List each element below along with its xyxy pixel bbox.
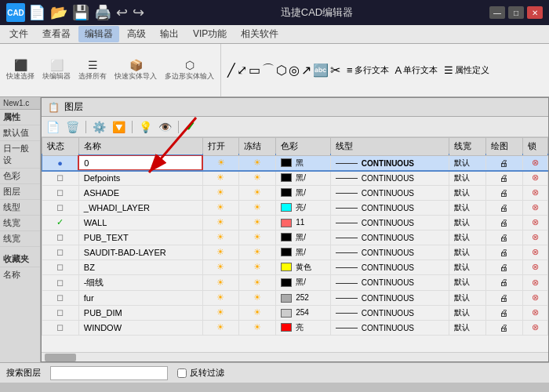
cell-plot[interactable]: 🖨 (486, 200, 523, 215)
redo-icon[interactable]: ↪ (133, 4, 144, 21)
properties-label[interactable]: 属性 (0, 110, 40, 125)
cell-open[interactable]: ☀ (202, 245, 239, 260)
cell-freeze[interactable]: ☀ (239, 320, 276, 335)
cell-plot[interactable]: 🖨 (486, 155, 523, 170)
table-row[interactable]: ◻ Defpoints ☀ ☀ 黑/ CONTINUOUS 默认 🖨 ⊗ (42, 170, 548, 185)
cell-open[interactable]: ☀ (202, 155, 239, 170)
cell-name[interactable]: 0 (78, 155, 202, 170)
cell-lock[interactable]: ⊗ (522, 290, 547, 305)
cell-lock[interactable]: ⊗ (522, 170, 547, 185)
cell-open[interactable]: ☀ (202, 215, 239, 230)
menu-editor[interactable]: 编辑器 (78, 26, 119, 42)
cell-linewidth[interactable]: 默认 (449, 215, 486, 230)
menu-advanced[interactable]: 高级 (121, 26, 152, 42)
cell-open[interactable]: ☀ (202, 274, 239, 290)
filter-label[interactable]: 反转过滤 (177, 367, 224, 379)
cell-open[interactable]: ☀ (202, 230, 239, 245)
cell-linetype[interactable]: CONTINUOUS (330, 170, 449, 185)
undo-icon[interactable]: ↩ (116, 4, 128, 21)
table-row[interactable]: ◻ WINDOW ☀ ☀ 亮 CONTINUOUS 默认 🖨 ⊗ (42, 320, 548, 335)
cell-freeze[interactable]: ☀ (239, 185, 276, 200)
polygon-input-btn[interactable]: ⬡ 多边形实体输入 (162, 59, 217, 82)
layer-light-btn[interactable]: 💡 (139, 121, 152, 133)
general-settings-label[interactable]: 日一般设 (0, 141, 40, 169)
cell-color[interactable]: 252 (276, 290, 331, 305)
cell-open[interactable]: ☀ (202, 305, 239, 320)
cell-linetype[interactable]: CONTINUOUS (330, 155, 449, 170)
cell-open[interactable]: ☀ (202, 290, 239, 305)
horizontal-scrollbar[interactable] (42, 352, 548, 361)
cell-freeze[interactable]: ☀ (239, 274, 276, 290)
cell-lock[interactable]: ⊗ (522, 230, 547, 245)
cell-lock[interactable]: ⊗ (522, 155, 547, 170)
cell-color[interactable]: 黑 (276, 155, 331, 170)
color-label[interactable]: 色彩 (0, 169, 40, 184)
menu-file[interactable]: 文件 (3, 26, 35, 42)
menu-view[interactable]: 查看器 (36, 26, 77, 42)
layer-new-btn[interactable]: 📄 (46, 121, 60, 133)
cell-linetype[interactable]: CONTINUOUS (330, 260, 449, 274)
single-line-text-btn[interactable]: A 单行文本 (395, 64, 438, 76)
maximize-button[interactable]: □ (508, 6, 524, 19)
new-file-icon[interactable]: 📄 (28, 4, 45, 21)
table-row[interactable]: ◻ _WHADI_LAYER ☀ ☀ 亮/ CONTINUOUS 默认 🖨 ⊗ (42, 200, 548, 215)
cell-linewidth[interactable]: 默认 (449, 320, 486, 335)
layer-filter-btn[interactable]: 🔽 (112, 121, 125, 133)
close-button[interactable]: ✕ (527, 6, 543, 19)
cell-color[interactable]: 亮/ (276, 200, 331, 215)
cell-name[interactable]: Defpoints (78, 170, 202, 185)
cell-color[interactable]: 254 (276, 305, 331, 320)
cell-lock[interactable]: ⊗ (522, 274, 547, 290)
cell-linetype[interactable]: CONTINUOUS (330, 305, 449, 320)
cell-color[interactable]: 黑/ (276, 230, 331, 245)
cell-name[interactable]: _WHADI_LAYER (78, 200, 202, 215)
cell-freeze[interactable]: ☀ (239, 200, 276, 215)
table-row[interactable]: ● 0 ☀ ☀ 黑 CONTINUOUS 默认 🖨 ⊗ (42, 155, 548, 170)
layer-label[interactable]: 图层 (0, 184, 40, 200)
cell-name[interactable]: SAUDIT-BAD-LAYER (78, 245, 202, 260)
file-tab[interactable]: New1.c (0, 97, 40, 110)
property-define-btn[interactable]: ☰ 属性定义 (444, 64, 489, 76)
name-label[interactable]: 名称 (0, 267, 40, 282)
cell-freeze[interactable]: ☀ (239, 215, 276, 230)
cell-lock[interactable]: ⊗ (522, 305, 547, 320)
cell-color[interactable]: 亮 (276, 320, 331, 335)
cell-linetype[interactable]: CONTINUOUS (330, 215, 449, 230)
cell-linewidth[interactable]: 默认 (449, 245, 486, 260)
scrollbar-thumb[interactable] (45, 354, 76, 361)
table-row[interactable]: ◻ -细线 ☀ ☀ 黑/ CONTINUOUS 默认 🖨 ⊗ (42, 274, 548, 290)
cell-lock[interactable]: ⊗ (522, 200, 547, 215)
cell-plot[interactable]: 🖨 (486, 170, 523, 185)
cell-plot[interactable]: 🖨 (486, 260, 523, 274)
cell-linewidth[interactable]: 默认 (449, 305, 486, 320)
cell-linetype[interactable]: CONTINUOUS (330, 320, 449, 335)
cell-name[interactable]: WINDOW (78, 320, 202, 335)
layer-delete-btn[interactable]: 🗑️ (66, 121, 79, 133)
window-controls[interactable]: — □ ✕ (489, 6, 543, 19)
cell-plot[interactable]: 🖨 (486, 215, 523, 230)
cell-linetype[interactable]: CONTINUOUS (330, 290, 449, 305)
minimize-button[interactable]: — (489, 6, 505, 19)
cell-freeze[interactable]: ☀ (239, 260, 276, 274)
cell-plot[interactable]: 🖨 (486, 290, 523, 305)
cell-name[interactable]: -细线 (78, 274, 202, 290)
cell-plot[interactable]: 🖨 (486, 274, 523, 290)
linewidth-label2[interactable]: 线宽 (0, 231, 40, 247)
cell-freeze[interactable]: ☀ (239, 155, 276, 170)
quick-solid-import-btn[interactable]: 📦 快速实体导入 (111, 59, 160, 82)
cell-lock[interactable]: ⊗ (522, 215, 547, 230)
cell-plot[interactable]: 🖨 (486, 305, 523, 320)
cell-name[interactable]: PUB_TEXT (78, 230, 202, 245)
cell-plot[interactable]: 🖨 (486, 185, 523, 200)
cell-linewidth[interactable]: 默认 (449, 200, 486, 215)
cell-linetype[interactable]: CONTINUOUS (330, 230, 449, 245)
cell-linewidth[interactable]: 默认 (449, 274, 486, 290)
cell-linewidth[interactable]: 默认 (449, 170, 486, 185)
cell-lock[interactable]: ⊗ (522, 245, 547, 260)
cell-name[interactable]: ASHADE (78, 185, 202, 200)
save-icon[interactable]: 💾 (72, 4, 89, 21)
default-value-label[interactable]: 默认值 (0, 125, 40, 141)
layer-settings-btn[interactable]: ⚙️ (93, 121, 106, 133)
cell-linewidth[interactable]: 默认 (449, 230, 486, 245)
table-row[interactable]: ◻ BZ ☀ ☀ 黄色 CONTINUOUS 默认 🖨 ⊗ (42, 260, 548, 274)
